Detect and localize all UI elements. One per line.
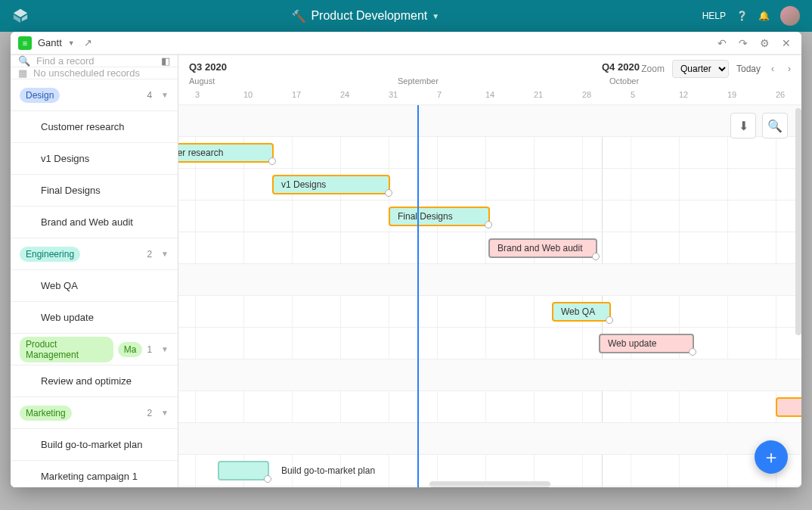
group-chip: Product Management <box>20 337 113 362</box>
search-chart-icon[interactable]: 🔍 <box>762 113 788 138</box>
quarter-label: Q3 2020 <box>189 61 227 73</box>
task-row[interactable]: v1 Designs <box>11 143 178 175</box>
timeline-header: Q3 2020Q4 2020 AugustSeptemberOctober 31… <box>178 55 801 105</box>
user-avatar[interactable] <box>780 6 800 26</box>
chart-task-row <box>178 391 801 423</box>
bar-handle[interactable] <box>689 348 696 356</box>
zoom-controls: Zoom Quarter Today ‹ › <box>641 60 794 78</box>
month-label: September <box>398 76 439 86</box>
day-label: 3 <box>195 90 200 99</box>
download-icon[interactable]: ⬇ <box>730 113 756 138</box>
gantt-bar[interactable]: Web QA <box>552 302 611 322</box>
popout-icon[interactable]: ↗ <box>84 37 92 48</box>
gantt-view-icon: ≡ <box>18 36 32 50</box>
group-count: 2 <box>147 249 152 260</box>
gantt-sidebar: 🔍 Find a record ◧ ▦ No unscheduled recor… <box>11 55 178 487</box>
gantt-toolbar: ≡ Gantt ▼ ↗ ↶ ↷ ⚙ ✕ <box>11 32 801 54</box>
view-name[interactable]: Gantt <box>38 37 62 48</box>
bar-handle[interactable] <box>268 157 276 165</box>
base-title: Product Development <box>311 9 427 23</box>
settings-gear-icon[interactable]: ⚙ <box>757 36 773 51</box>
unscheduled-label: No unscheduled records <box>33 67 140 79</box>
gantt-chart-area[interactable]: omer researchv1 DesignsFinal DesignsBran… <box>178 105 801 487</box>
floating-tools: ⬇ 🔍 <box>730 113 788 138</box>
bar-handle[interactable] <box>485 221 492 229</box>
day-label: 31 <box>389 90 398 99</box>
group-row[interactable]: Product ManagementMa1▼ <box>11 334 178 365</box>
gantt-bar[interactable]: Web update <box>599 334 694 353</box>
task-row[interactable]: Marketing campaign 1 <box>11 461 178 487</box>
quarter-label: Q4 2020 <box>602 61 640 73</box>
redo-icon[interactable]: ↷ <box>736 36 751 51</box>
bar-handle[interactable] <box>264 475 271 483</box>
gantt-bar[interactable] <box>776 397 801 417</box>
month-label: October <box>609 76 639 86</box>
zoom-scale-select[interactable]: Quarter <box>672 60 729 78</box>
hammer-icon: 🔨 <box>291 9 306 23</box>
gantt-bar[interactable]: Brand and Web audit <box>488 238 597 258</box>
group-count: 1 <box>147 344 152 355</box>
group-chip: Design <box>20 88 60 103</box>
app-logo-icon <box>12 8 29 24</box>
gantt-bar[interactable]: Final Designs <box>389 207 490 226</box>
nav-prev-icon[interactable]: ‹ <box>768 62 777 76</box>
zoom-label: Zoom <box>641 64 665 74</box>
help-link[interactable]: HELP <box>702 11 726 21</box>
day-label: 28 <box>582 90 591 99</box>
collapse-sidebar-icon[interactable]: ◧ <box>161 55 170 67</box>
chart-task-row <box>178 328 801 359</box>
day-label: 10 <box>243 90 253 99</box>
task-row[interactable]: Review and optimize <box>11 365 178 397</box>
calendar-icon: ▦ <box>18 67 27 79</box>
task-row[interactable]: Web update <box>11 302 178 334</box>
gantt-bar-label: Build go-to-market plan <box>281 465 375 476</box>
gantt-window: ≡ Gantt ▼ ↗ ↶ ↷ ⚙ ✕ 🔍 Find a record ◧ ▦ … <box>11 32 801 487</box>
task-row[interactable]: Final Designs <box>11 175 178 207</box>
group-row[interactable]: Design4▼ <box>11 79 178 111</box>
unscheduled-row[interactable]: ▦ No unscheduled records <box>11 67 178 79</box>
group-chip: Engineering <box>20 247 80 262</box>
day-label: 14 <box>485 90 494 99</box>
task-row[interactable]: Brand and Web audit <box>11 207 178 238</box>
view-caret-icon[interactable]: ▼ <box>68 39 75 47</box>
day-label: 26 <box>776 90 785 99</box>
group-row[interactable]: Marketing2▼ <box>11 397 178 429</box>
chevron-down-icon[interactable]: ▼ <box>161 345 169 353</box>
help-icon[interactable]: ❔ <box>736 11 748 21</box>
undo-icon[interactable]: ↶ <box>714 36 730 51</box>
day-label: 12 <box>679 90 688 99</box>
add-record-button[interactable]: ＋ <box>755 440 788 474</box>
chart-group-row <box>178 359 801 391</box>
gantt-bar[interactable] <box>218 461 269 480</box>
bar-handle[interactable] <box>385 189 392 197</box>
chevron-down-icon[interactable]: ▼ <box>161 250 169 258</box>
nav-next-icon[interactable]: › <box>785 62 794 76</box>
chevron-down-icon[interactable]: ▼ <box>161 91 169 99</box>
gantt-bar[interactable]: omer research <box>178 143 274 163</box>
bar-handle[interactable] <box>592 253 600 260</box>
base-title-dropdown[interactable]: 🔨 Product Development ▼ <box>29 9 702 23</box>
close-icon[interactable]: ✕ <box>779 36 794 51</box>
app-topbar: 🔨 Product Development ▼ HELP ❔ 🔔 <box>0 0 812 32</box>
chart-task-row <box>178 296 801 328</box>
bar-handle[interactable] <box>606 316 613 324</box>
chart-group-row <box>178 423 801 455</box>
search-placeholder: Find a record <box>36 55 95 67</box>
gantt-timeline: Q3 2020Q4 2020 AugustSeptemberOctober 31… <box>178 55 801 487</box>
task-row[interactable]: Build go-to-market plan <box>11 429 178 461</box>
day-label: 7 <box>437 90 442 99</box>
group-row[interactable]: Engineering2▼ <box>11 238 178 270</box>
search-icon: 🔍 <box>18 55 30 67</box>
gantt-bar[interactable]: v1 Designs <box>272 175 390 194</box>
month-label: August <box>189 76 215 86</box>
vertical-scrollbar[interactable] <box>795 108 801 335</box>
today-button[interactable]: Today <box>736 64 761 74</box>
sidebar-search[interactable]: 🔍 Find a record ◧ <box>11 55 178 67</box>
chevron-down-icon[interactable]: ▼ <box>161 409 169 417</box>
notifications-icon[interactable]: 🔔 <box>758 11 770 21</box>
day-label: 21 <box>534 90 543 99</box>
group-count: 4 <box>147 90 152 101</box>
chart-group-row <box>178 105 801 137</box>
task-row[interactable]: Web QA <box>11 270 178 302</box>
task-row[interactable]: Customer research <box>11 111 178 143</box>
